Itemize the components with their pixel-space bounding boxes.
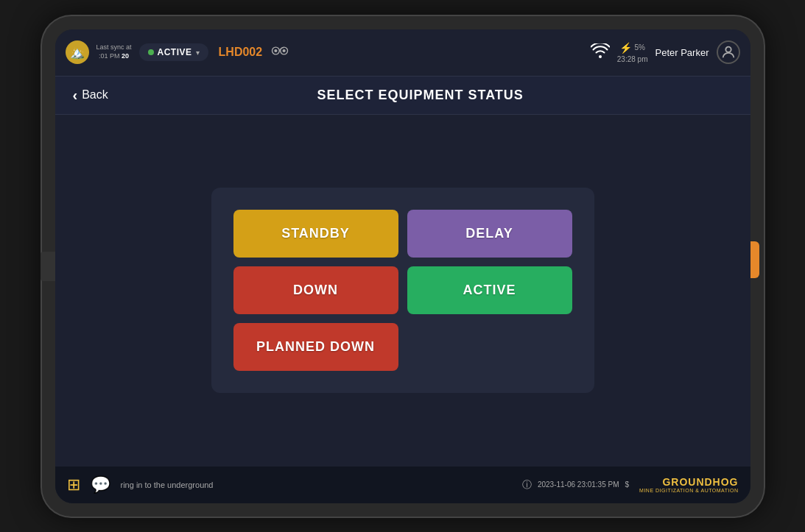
status-row-3: PLANNED DOWN xyxy=(233,323,572,371)
notification-pill[interactable] xyxy=(750,241,759,278)
brand-area: GROUNDHOG MINE DIGITIZATION & AUTOMATION xyxy=(639,476,738,493)
status-row-2: DOWN ACTIVE xyxy=(233,266,572,314)
vehicle-id: LHD002 xyxy=(219,46,263,59)
home-button[interactable] xyxy=(41,252,55,281)
delay-button[interactable]: DELAY xyxy=(407,210,572,258)
tablet-screen: 🏔️ Last sync at :01 PM 20 ACTIVE ▾ LHD00… xyxy=(55,29,750,503)
sync-number: 20 xyxy=(122,52,129,60)
svg-point-1 xyxy=(274,49,277,52)
status-grid: STANDBY DELAY DOWN ACTIVE PLANNED DOWN xyxy=(211,188,594,393)
main-content: STANDBY DELAY DOWN ACTIVE PLANNED DOWN xyxy=(55,115,750,467)
page-title: SELECT EQUIPMENT STATUS xyxy=(108,88,733,103)
standby-button[interactable]: STANDBY xyxy=(233,210,398,258)
grid-icon[interactable]: ⊞ xyxy=(67,475,80,494)
battery-charging-icon: ⚡ xyxy=(619,42,632,54)
battery-area: ⚡ 5% 23:28 pm xyxy=(617,42,648,63)
back-button[interactable]: ‹ Back xyxy=(73,87,108,104)
svg-point-3 xyxy=(283,49,286,52)
chat-icon[interactable]: 💬 xyxy=(91,475,110,494)
timestamp: 2023-11-06 23:01:35 PM xyxy=(538,480,619,489)
status-dot xyxy=(148,49,154,55)
info-icon: ⓘ xyxy=(522,478,532,492)
brand-name: GROUNDHOG xyxy=(662,476,738,488)
location-icon xyxy=(270,43,290,63)
status-row-1: STANDBY DELAY xyxy=(233,210,572,258)
battery-percent: 5% xyxy=(634,43,644,52)
secondary-header: ‹ Back SELECT EQUIPMENT STATUS xyxy=(55,77,750,115)
sync-label: Last sync at xyxy=(96,43,132,51)
bottom-bar: ⊞ 💬 ring in to the underground ⓘ 2023-11… xyxy=(55,467,750,503)
brand-sub: MINE DIGITIZATION & AUTOMATION xyxy=(639,488,738,493)
active-button[interactable]: ACTIVE xyxy=(407,266,572,314)
info-row: ⓘ 2023-11-06 23:01:35 PM $ xyxy=(522,478,629,492)
tablet-frame: 🏔️ Last sync at :01 PM 20 ACTIVE ▾ LHD00… xyxy=(42,16,764,517)
sync-time: :01 PM xyxy=(99,52,120,60)
status-label: ACTIVE xyxy=(158,47,192,57)
currency-symbol: $ xyxy=(625,480,630,489)
ticker-text: ring in to the underground xyxy=(121,480,512,489)
down-button[interactable]: DOWN xyxy=(233,266,398,314)
top-bar: 🏔️ Last sync at :01 PM 20 ACTIVE ▾ LHD00… xyxy=(55,29,750,77)
status-badge[interactable]: ACTIVE ▾ xyxy=(139,43,208,61)
back-label: Back xyxy=(82,88,108,102)
current-time: 23:28 pm xyxy=(617,55,648,63)
app-logo-icon: 🏔️ xyxy=(66,40,89,64)
wifi-icon xyxy=(591,43,610,62)
sync-info: Last sync at :01 PM 20 xyxy=(96,43,132,60)
logo-area: 🏔️ xyxy=(66,40,89,64)
planned-down-button[interactable]: PLANNED DOWN xyxy=(233,323,398,371)
svg-point-4 xyxy=(725,47,731,52)
user-name: Peter Parker xyxy=(655,47,709,58)
user-avatar[interactable] xyxy=(717,40,740,64)
back-arrow-icon: ‹ xyxy=(73,87,78,104)
chevron-down-icon: ▾ xyxy=(196,49,200,57)
